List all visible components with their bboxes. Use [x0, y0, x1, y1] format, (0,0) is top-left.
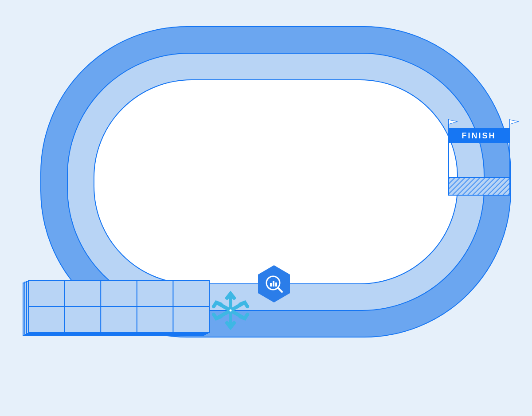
starting-blocks: [23, 280, 209, 335]
svg-rect-28: [273, 281, 274, 286]
svg-rect-18: [449, 177, 510, 195]
svg-rect-2: [94, 80, 458, 284]
racetrack-diagram: FINISH: [0, 0, 532, 416]
svg-rect-29: [275, 283, 277, 286]
svg-point-23: [230, 310, 232, 312]
finish-label: FINISH: [462, 131, 496, 141]
svg-marker-15: [510, 120, 519, 124]
svg-rect-27: [270, 283, 272, 286]
finish-banner: FINISH: [448, 128, 510, 143]
